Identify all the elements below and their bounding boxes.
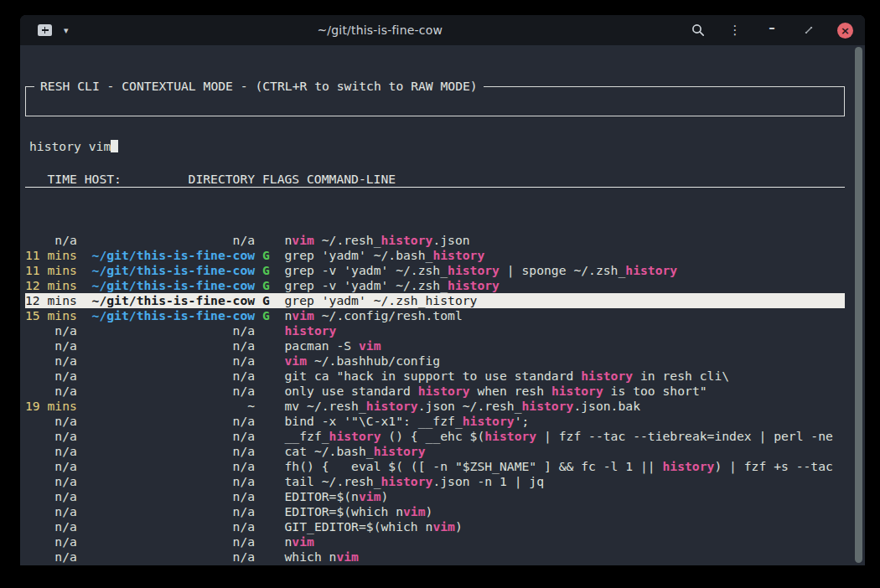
screen: ▾ ~/git/this-is-fine-cow ⋮ – bbox=[0, 0, 880, 588]
kebab-menu-icon: ⋮ bbox=[729, 24, 742, 37]
history-row[interactable]: n/a n/a EDITOR=$(nvim) bbox=[25, 489, 845, 504]
new-tab-icon bbox=[38, 24, 52, 36]
history-row[interactable]: 11 mins ~/git/this-is-fine-cow G grep -v… bbox=[25, 263, 845, 278]
search-input[interactable]: history vim bbox=[26, 132, 844, 160]
history-row[interactable]: 19 mins ~ mv ~/.resh_history.json ~/.res… bbox=[25, 399, 845, 414]
history-row[interactable]: n/a n/a fh() { eval $( ([ -n "$ZSH_NAME"… bbox=[25, 459, 845, 474]
search-button[interactable] bbox=[690, 22, 707, 39]
history-row[interactable]: 15 mins ~/git/this-is-fine-cow G nvim ~/… bbox=[25, 308, 845, 323]
new-tab-button[interactable] bbox=[35, 22, 54, 39]
history-row[interactable]: n/a n/a which nvim bbox=[25, 549, 845, 565]
terminal-window: ▾ ~/git/this-is-fine-cow ⋮ – bbox=[20, 15, 865, 565]
mode-banner: RESH CLI - CONTEXTUAL MODE - (CTRL+R to … bbox=[34, 79, 484, 94]
scrollbar-thumb[interactable] bbox=[855, 47, 862, 563]
history-row[interactable]: n/a n/a cat .bash_history bbox=[25, 565, 845, 565]
window-title: ~/git/this-is-fine-cow bbox=[70, 23, 690, 37]
history-row[interactable]: 11 mins ~/git/this-is-fine-cow G grep 'y… bbox=[25, 248, 845, 263]
search-query: history vim bbox=[29, 139, 111, 153]
history-row[interactable]: n/a n/a cat ~/.bash_history bbox=[25, 444, 845, 459]
titlebar-right-controls: ⋮ – × bbox=[690, 19, 853, 41]
tab-menu-button[interactable]: ▾ bbox=[62, 23, 70, 39]
history-row[interactable]: n/a n/a nvim bbox=[25, 534, 845, 549]
history-row[interactable]: 12 mins ~/git/this-is-fine-cow G grep -v… bbox=[25, 278, 845, 293]
titlebar: ▾ ~/git/this-is-fine-cow ⋮ – bbox=[20, 15, 865, 45]
search-icon bbox=[691, 23, 705, 37]
history-row[interactable]: n/a n/a nvim ~/.resh_history.json bbox=[25, 233, 845, 248]
history-row[interactable]: n/a n/a history bbox=[25, 323, 845, 338]
close-icon: × bbox=[841, 23, 850, 39]
titlebar-left-controls: ▾ bbox=[35, 22, 70, 39]
history-row[interactable]: n/a n/a __fzf_history () { __ehc $(histo… bbox=[25, 429, 845, 444]
history-row[interactable]: n/a n/a git ca "hack in support to use s… bbox=[25, 369, 845, 384]
minimize-icon: – bbox=[769, 22, 775, 34]
history-row[interactable]: n/a n/a GIT_EDITOR=$(which nvim) bbox=[25, 519, 845, 534]
history-row[interactable]: n/a n/a only use standard history when r… bbox=[25, 384, 845, 399]
history-row[interactable]: n/a n/a bind -x '"\C-x1": __fzf_history'… bbox=[25, 414, 845, 429]
terminal-content: RESH CLI - CONTEXTUAL MODE - (CTRL+R to … bbox=[20, 45, 865, 565]
caret-down-icon: ▾ bbox=[64, 25, 69, 36]
restore-icon bbox=[804, 25, 814, 35]
history-row[interactable]: n/a n/a EDITOR=$(which nvim) bbox=[25, 504, 845, 519]
search-box: RESH CLI - CONTEXTUAL MODE - (CTRL+R to … bbox=[25, 86, 845, 116]
history-row-selected[interactable]: 12 mins ~/git/this-is-fine-cow G grep 'y… bbox=[25, 293, 845, 308]
history-row[interactable]: n/a n/a tail ~/.resh_history.json -n 1 |… bbox=[25, 474, 845, 489]
text-cursor bbox=[111, 140, 118, 152]
close-button[interactable]: × bbox=[837, 23, 853, 39]
history-row[interactable]: n/a n/a vim ~/.bashhub/config bbox=[25, 353, 845, 369]
history-list: n/a n/a nvim ~/.resh_history.json11 mins… bbox=[25, 233, 845, 565]
history-row[interactable]: n/a n/a pacman -S vim bbox=[25, 338, 845, 353]
minimize-button[interactable]: – bbox=[764, 19, 780, 41]
menu-button[interactable]: ⋮ bbox=[727, 22, 743, 39]
restore-button[interactable] bbox=[800, 22, 817, 39]
